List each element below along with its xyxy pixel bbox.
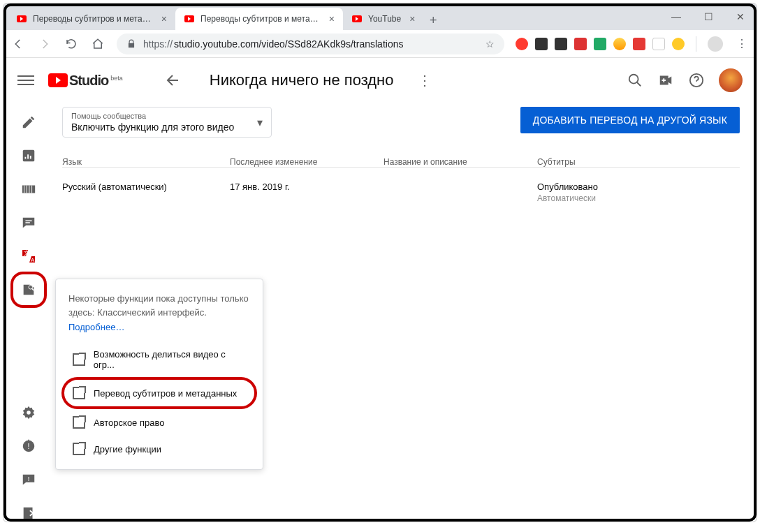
url-protocol: https:// xyxy=(143,38,173,50)
back-arrow-icon[interactable] xyxy=(165,72,182,89)
logo-beta: beta xyxy=(110,75,123,82)
svg-point-0 xyxy=(629,75,638,84)
close-icon[interactable]: × xyxy=(329,13,335,24)
tab-title: Переводы субтитров и метадан xyxy=(200,14,321,24)
youtube-logo-icon xyxy=(48,73,68,87)
settings-icon[interactable] xyxy=(20,404,37,421)
youtube-studio-logo[interactable]: Studio beta xyxy=(48,73,123,89)
minimize-button[interactable]: ― xyxy=(660,3,692,30)
browser-menu-icon[interactable]: ⋮ xyxy=(734,36,750,52)
other-features-icon[interactable] xyxy=(20,281,37,298)
browser-tab[interactable]: YouTube × xyxy=(343,8,423,30)
extension-icons xyxy=(516,38,685,50)
extension-icon[interactable] xyxy=(652,38,665,50)
youtube-favicon xyxy=(16,13,27,24)
analytics-icon[interactable] xyxy=(20,147,37,164)
logo-text: Studio xyxy=(69,73,108,89)
url-text: studio.youtube.com/video/SSd82AKdk9s/tra… xyxy=(174,38,403,50)
create-video-icon[interactable] xyxy=(657,72,674,89)
more-options-icon[interactable]: ⋮ xyxy=(418,72,432,89)
col-language: Язык xyxy=(62,157,230,167)
page-title: Никогда ничего не поздно xyxy=(210,71,394,89)
svg-text:A: A xyxy=(31,257,35,263)
classic-item-translations[interactable]: Перевод субтитров и метаданных xyxy=(64,380,254,406)
edit-icon[interactable] xyxy=(20,114,37,131)
menu-icon[interactable] xyxy=(17,72,34,89)
classic-item-share[interactable]: Возможность делиться видео с огр... xyxy=(68,342,250,377)
external-link-icon xyxy=(73,443,85,455)
address-bar[interactable]: https:// studio.youtube.com/video/SSd82A… xyxy=(117,34,504,54)
table-row[interactable]: Русский (автоматически) 17 янв. 2019 г. … xyxy=(62,167,740,217)
col-name-desc: Название и описание xyxy=(383,157,537,167)
col-modified: Последнее изменение xyxy=(230,157,383,167)
comments-icon[interactable] xyxy=(20,214,37,231)
classic-studio-icon[interactable] xyxy=(20,505,37,522)
whats-new-icon[interactable]: ! xyxy=(20,438,37,455)
row-subtitles: Опубликовано Автоматически xyxy=(537,182,740,203)
external-link-icon xyxy=(73,387,85,399)
row-language: Русский (автоматически) xyxy=(62,182,230,192)
maximize-button[interactable]: ☐ xyxy=(692,3,724,30)
classic-item-label: Другие функции xyxy=(94,444,161,455)
forward-icon[interactable] xyxy=(37,36,52,52)
row-modified: 17 янв. 2019 г. xyxy=(230,182,383,192)
browser-tab[interactable]: Переводы субтитров и метадан × xyxy=(175,8,343,30)
classic-item-label: Перевод субтитров и метаданных xyxy=(94,388,237,399)
extension-icon[interactable] xyxy=(535,38,548,50)
svg-rect-12 xyxy=(24,508,33,519)
close-window-button[interactable]: ✕ xyxy=(724,3,757,30)
window-titlebar: Переводы субтитров и метадан × Переводы … xyxy=(3,3,757,30)
classic-item-other[interactable]: Другие функции xyxy=(68,436,250,462)
external-link-icon xyxy=(73,416,85,429)
home-icon[interactable] xyxy=(90,36,105,52)
sidebar: 文A ! ! xyxy=(3,103,54,522)
learn-more-link[interactable]: Подробнее… xyxy=(68,322,124,332)
extension-icon[interactable] xyxy=(574,38,587,50)
extension-icon[interactable] xyxy=(613,38,626,50)
classic-item-label: Авторское право xyxy=(94,418,164,428)
lock-icon xyxy=(126,39,136,49)
url-bar: https:// studio.youtube.com/video/SSd82A… xyxy=(3,30,757,58)
profile-avatar-icon[interactable] xyxy=(708,36,723,52)
new-tab-button[interactable]: + xyxy=(423,10,443,30)
studio-header: Studio beta Никогда ничего не поздно ⋮ xyxy=(3,58,757,103)
extension-icon[interactable] xyxy=(633,38,645,50)
extension-icon[interactable] xyxy=(555,38,567,50)
help-icon[interactable] xyxy=(688,72,705,89)
col-subtitles: Субтитры xyxy=(537,157,740,167)
editor-icon[interactable] xyxy=(20,181,37,198)
svg-text:文: 文 xyxy=(24,250,29,256)
chevron-down-icon: ▾ xyxy=(257,116,263,129)
svg-text:!: ! xyxy=(28,475,30,482)
external-link-icon xyxy=(73,353,85,366)
translations-icon[interactable]: 文A xyxy=(20,248,37,265)
back-icon[interactable] xyxy=(10,36,26,52)
table-header: Язык Последнее изменение Название и опис… xyxy=(62,157,740,167)
extension-icon[interactable] xyxy=(516,38,528,50)
youtube-favicon xyxy=(351,13,363,24)
subtitle-status: Опубликовано xyxy=(537,182,740,192)
channel-avatar[interactable] xyxy=(719,68,743,92)
reload-icon[interactable] xyxy=(64,36,79,52)
extension-icon[interactable] xyxy=(594,38,606,50)
main-content: Помощь сообщества Включить функцию для э… xyxy=(54,103,757,522)
search-icon[interactable] xyxy=(627,72,643,89)
classic-item-copyright[interactable]: Авторское право xyxy=(68,409,250,436)
tab-title: YouTube xyxy=(368,14,401,24)
subtitle-secondary: Автоматически xyxy=(537,193,740,203)
add-translation-button[interactable]: ДОБАВИТЬ ПЕРЕВОД НА ДРУГОЙ ЯЗЫК xyxy=(520,107,740,133)
svg-point-8 xyxy=(27,411,31,415)
community-help-dropdown[interactable]: Помощь сообщества Включить функцию для э… xyxy=(62,107,272,138)
close-icon[interactable]: × xyxy=(409,13,415,24)
browser-tab[interactable]: Переводы субтитров и метадан × xyxy=(8,8,175,30)
bookmark-star-icon[interactable]: ☆ xyxy=(485,38,495,50)
svg-text:!: ! xyxy=(28,443,30,450)
classic-features-menu: Некоторые функции пока доступны только з… xyxy=(55,279,263,470)
dropdown-value: Включить функцию для этого видео xyxy=(71,121,263,133)
tab-title: Переводы субтитров и метадан xyxy=(33,14,153,24)
extension-icon[interactable] xyxy=(672,38,685,50)
classic-menu-description: Некоторые функции пока доступны только з… xyxy=(68,292,250,319)
feedback-icon[interactable]: ! xyxy=(20,471,37,488)
close-icon[interactable]: × xyxy=(161,13,167,24)
classic-item-label: Возможность делиться видео с огр... xyxy=(94,349,246,370)
